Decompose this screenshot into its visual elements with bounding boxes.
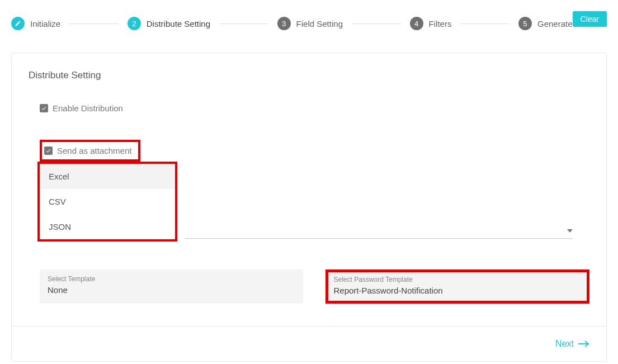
step-distribute-setting[interactable]: 2 Distribute Setting bbox=[128, 17, 210, 30]
chevron-down-icon bbox=[567, 225, 573, 235]
pencil-icon bbox=[11, 17, 25, 30]
step-field-setting[interactable]: 3 Field Setting bbox=[277, 17, 343, 30]
field-value: Report-Password-Notification bbox=[334, 286, 582, 295]
format-option-csv[interactable]: CSV bbox=[40, 189, 175, 214]
clear-button[interactable]: Clear bbox=[573, 11, 607, 27]
step-initialize[interactable]: Initialize bbox=[11, 17, 60, 30]
format-option-json[interactable]: JSON bbox=[40, 214, 175, 239]
enable-distribution-checkbox[interactable]: Enable Distribution bbox=[40, 103, 589, 113]
select-template-field[interactable]: Select Template None bbox=[40, 270, 303, 304]
step-label: Field Setting bbox=[296, 19, 343, 29]
field-value: None bbox=[48, 285, 295, 295]
format-select-underline[interactable] bbox=[185, 225, 573, 239]
step-label: Generate bbox=[537, 19, 573, 29]
step-label: Initialize bbox=[30, 19, 60, 29]
step-label: Filters bbox=[429, 19, 452, 29]
card-title: Distribute Setting bbox=[29, 70, 589, 81]
step-number: 3 bbox=[277, 17, 291, 30]
step-connector bbox=[219, 23, 268, 24]
checkbox-checked-icon bbox=[44, 146, 53, 155]
step-connector bbox=[352, 23, 401, 24]
step-connector bbox=[69, 23, 119, 24]
checkbox-checked-icon bbox=[40, 104, 48, 112]
arrow-right-icon bbox=[578, 339, 589, 349]
step-number: 5 bbox=[518, 17, 532, 30]
checkbox-label: Enable Distribution bbox=[53, 103, 123, 113]
next-button[interactable]: Next bbox=[555, 339, 589, 349]
step-label: Distribute Setting bbox=[147, 19, 210, 29]
step-connector bbox=[460, 23, 510, 24]
field-label: Select Template bbox=[48, 275, 295, 283]
format-dropdown[interactable]: Excel CSV JSON bbox=[37, 162, 177, 242]
next-button-label: Next bbox=[555, 339, 574, 349]
send-as-attachment-checkbox[interactable]: Send as attachment bbox=[40, 140, 140, 162]
distribute-setting-card: Distribute Setting Enable Distribution S… bbox=[11, 53, 607, 362]
step-generate[interactable]: 5 Generate bbox=[518, 17, 573, 30]
select-password-template-field[interactable]: Select Password Template Report-Password… bbox=[325, 270, 590, 304]
field-label: Select Password Template bbox=[334, 276, 582, 283]
stepper: Initialize 2 Distribute Setting 3 Field … bbox=[11, 11, 573, 36]
checkbox-label: Send as attachment bbox=[57, 146, 131, 155]
step-filters[interactable]: 4 Filters bbox=[410, 17, 452, 30]
format-option-excel[interactable]: Excel bbox=[40, 164, 175, 189]
step-number: 4 bbox=[410, 17, 423, 30]
step-number: 2 bbox=[128, 17, 141, 30]
